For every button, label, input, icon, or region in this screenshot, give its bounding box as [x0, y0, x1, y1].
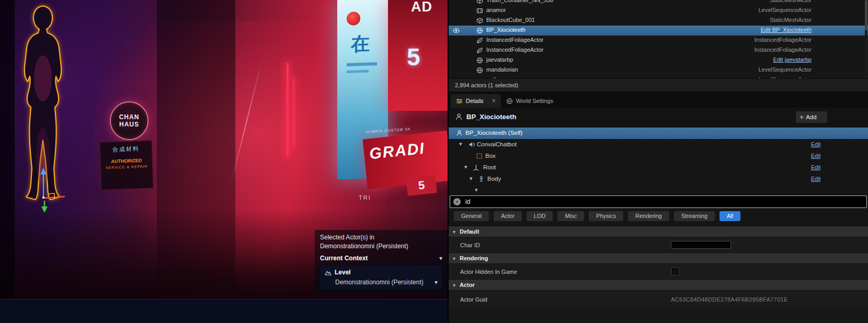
filter-actor[interactable]: Actor: [494, 211, 522, 221]
filter-lod[interactable]: LOD: [527, 211, 553, 221]
sign-chan-text: CHAN: [119, 113, 140, 121]
level-icon: [325, 269, 332, 276]
sign-authorized-text: AUTHORIZED: [101, 157, 152, 164]
outliner-row[interactable]: BlackoutCube_001 StaticMeshActor: [449, 16, 868, 26]
outliner-status-bar: 2,894 actors (1 selected): [449, 78, 868, 91]
char-id-field[interactable]: [671, 241, 731, 249]
current-context-header[interactable]: Current Context ▾: [320, 255, 442, 262]
sign-digit: 5: [407, 43, 420, 71]
outliner-row-selected[interactable]: BP_Xiocioteeth Edit BP_Xiocioteeth: [449, 26, 868, 36]
sign-bar: [347, 62, 377, 66]
component-row-self[interactable]: BP_Xiocioteeth (Self): [449, 128, 868, 139]
caret-down-icon[interactable]: ▾: [475, 187, 478, 193]
sign-tri-text: TRI: [359, 194, 371, 201]
edit-actor-link[interactable]: Edit jaevatarbp: [773, 56, 812, 63]
edit-component-link[interactable]: Edit: [811, 164, 820, 170]
sign-cn-character: 在: [351, 31, 370, 57]
component-row-body[interactable]: ▾ Body Edit: [449, 174, 868, 185]
scrollbar-thumb[interactable]: [865, 0, 867, 30]
sign-bar: [347, 70, 369, 73]
category-default[interactable]: ▾ Default: [449, 226, 868, 237]
selected-actor-name: BP_Xiocioteeth: [466, 113, 516, 121]
component-row-convaichatbot[interactable]: ▾ ConvaiChatbot Edit: [449, 139, 868, 151]
outliner-row[interactable]: InstancedFoliageActor InstancedFoliageAc…: [449, 45, 868, 55]
visibility-eye-icon[interactable]: [452, 27, 460, 34]
outliner-row[interactable]: jaevatarbp Edit jaevatarbp: [449, 55, 868, 65]
actor-hidden-checkbox[interactable]: [672, 268, 679, 275]
sign-haus-text: HAUS: [119, 121, 139, 128]
property-row-actor-guid: Actor Guid AC53C84D48DDE278A4F6B295BFA77…: [449, 290, 868, 308]
close-icon[interactable]: ×: [492, 97, 496, 105]
foliage-actor-icon: [476, 37, 483, 44]
viewport-bottom-bar: [0, 299, 449, 323]
edit-actor-link[interactable]: Edit BP_Xiocioteeth: [761, 27, 812, 33]
level-context-dropdown[interactable]: Level Demonstrationomni (Persistent) ▾: [320, 265, 442, 290]
component-row-box[interactable]: Box Edit: [449, 151, 868, 162]
search-input[interactable]: [465, 198, 863, 205]
foliage-actor-icon: [476, 47, 483, 54]
sign-materials-text: 合成材料: [100, 144, 152, 154]
actor-guid-value: AC53C84D48DDE278A4F6B295BFA7701E: [671, 296, 788, 303]
outliner-row[interactable]: InstancedFoliageActor InstancedFoliageAc…: [449, 36, 868, 45]
neon-sign-red-top: AD 5: [388, 0, 449, 111]
outliner-scrollbar[interactable]: [865, 0, 867, 78]
component-row-partial[interactable]: ▾: [449, 185, 868, 195]
category-rendering[interactable]: ▾ Rendering: [449, 252, 868, 263]
property-grid-filler: [449, 308, 868, 323]
filter-all[interactable]: All: [719, 211, 740, 221]
sign-red-dot-icon: [347, 11, 360, 26]
component-tree: BP_Xiocioteeth (Self) ▾ ConvaiChatbot Ed…: [449, 126, 868, 195]
filter-general[interactable]: General: [454, 211, 489, 221]
globe-icon: [506, 98, 513, 105]
chevron-down-icon[interactable]: ▾: [439, 255, 442, 262]
transform-gizmo[interactable]: [29, 165, 77, 215]
level-value: Demonstrationomni (Persistent): [325, 279, 438, 286]
details-header: BP_Xiocioteeth + Add: [449, 108, 868, 126]
speaker-icon: [469, 141, 475, 148]
component-row-root[interactable]: ▾ Root Edit: [449, 162, 868, 174]
level-sequence-icon: [476, 7, 483, 14]
property-grid: ▾ Default Char ID ▾ Rendering Actor Hidd…: [449, 226, 868, 323]
neon-sign-gradi: GRADI: [362, 131, 449, 189]
caret-down-icon[interactable]: ▾: [453, 229, 455, 235]
blueprint-actor-icon: [476, 27, 483, 34]
details-tabbar: Details × World Settings: [449, 91, 868, 108]
skeletal-body-icon: [478, 176, 485, 182]
outliner-row[interactable]: mandalorian LevelSequenceActor: [449, 65, 868, 75]
filter-misc[interactable]: Misc: [557, 211, 584, 221]
clear-search-icon[interactable]: ×: [453, 198, 461, 205]
edit-component-link[interactable]: Edit: [811, 176, 820, 182]
right-dock-panel: Trash_Container_NN_55b StaticMeshActor a…: [449, 0, 868, 323]
filter-streaming[interactable]: Streaming: [674, 211, 715, 221]
static-mesh-icon: [476, 17, 483, 24]
caret-down-icon[interactable]: ▾: [470, 175, 473, 182]
sign-service-text: SERVICE & REPAIR: [101, 164, 152, 169]
static-mesh-icon: [476, 0, 483, 4]
details-search-bar[interactable]: ×: [450, 195, 867, 208]
blueprint-actor-icon: [476, 67, 483, 74]
sign-ad-text: AD: [411, 0, 432, 15]
tab-world-settings[interactable]: World Settings: [501, 94, 558, 108]
filter-rendering[interactable]: Rendering: [628, 211, 669, 221]
box-collision-icon: [476, 153, 483, 159]
outliner-row[interactable]: Trash_Container_NN_55b StaticMeshActor: [449, 0, 868, 6]
edit-component-link[interactable]: Edit: [811, 141, 820, 147]
outliner-row[interactable]: anamor LevelSequenceActor: [449, 6, 868, 16]
shop-sign-board: 合成材料 AUTHORIZED SERVICE & REPAIR: [99, 140, 153, 190]
caret-down-icon[interactable]: ▾: [464, 164, 467, 170]
category-actor[interactable]: ▾ Actor: [449, 279, 868, 290]
filter-physics[interactable]: Physics: [589, 211, 623, 221]
edit-component-link[interactable]: Edit: [811, 153, 820, 159]
chevron-down-icon[interactable]: ▾: [435, 279, 438, 286]
neon-tube: [293, 78, 295, 146]
level-viewport[interactable]: 在 AD 5 HYBRID CUSTOM SK GRADI 5 TRI CHAN…: [0, 0, 449, 323]
tab-details[interactable]: Details ×: [451, 94, 501, 108]
caret-down-icon[interactable]: ▾: [459, 141, 462, 147]
property-row-actor-hidden: Actor Hidden In Game: [449, 263, 868, 279]
scene-root-icon: [473, 164, 479, 171]
caret-down-icon[interactable]: ▾: [453, 256, 455, 261]
actor-icon: [456, 130, 463, 136]
neon-sign-chan-haus: CHAN HAUS: [110, 101, 149, 140]
add-component-button[interactable]: + Add: [796, 111, 827, 123]
caret-down-icon[interactable]: ▾: [453, 282, 455, 288]
